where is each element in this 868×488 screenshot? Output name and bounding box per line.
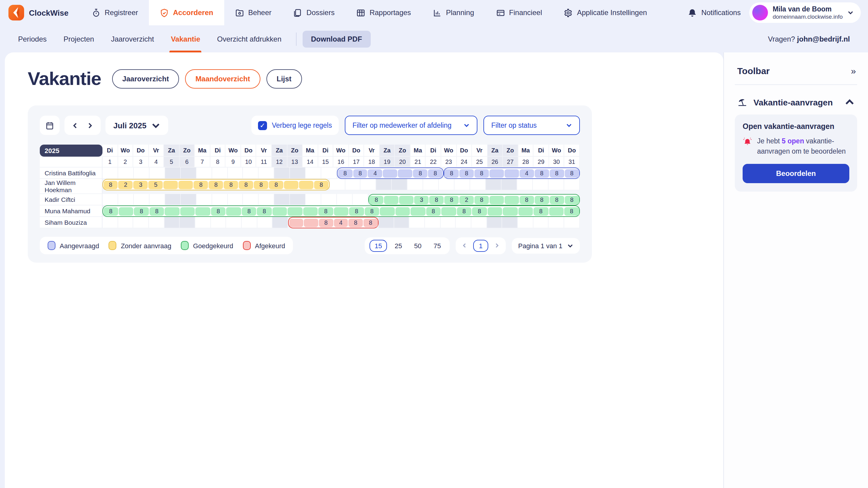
day-cell[interactable]: 8 — [429, 194, 444, 205]
day-cell[interactable] — [290, 194, 306, 205]
day-cell[interactable]: 8 — [459, 167, 474, 179]
day-cell[interactable]: 8 — [549, 167, 564, 179]
day-cell[interactable] — [410, 205, 426, 217]
day-cell[interactable]: 8 — [241, 205, 257, 217]
hide-empty-rows-checkbox[interactable]: ✓ Verberg lege regels — [251, 116, 338, 135]
day-cell[interactable] — [150, 167, 165, 179]
day-cell[interactable] — [196, 194, 212, 205]
chevron-right-icon[interactable] — [87, 122, 93, 129]
day-cell[interactable] — [487, 217, 502, 228]
subnav-item-projecten[interactable]: Projecten — [55, 25, 102, 53]
day-cell[interactable] — [272, 205, 287, 217]
day-cell[interactable] — [165, 194, 181, 205]
day-cell[interactable] — [330, 179, 345, 190]
day-cell[interactable]: 8 — [134, 205, 149, 217]
page-size-75[interactable]: 75 — [429, 240, 445, 251]
day-cell[interactable] — [242, 217, 257, 228]
day-cell[interactable] — [352, 194, 368, 205]
day-cell[interactable]: 8 — [368, 194, 384, 205]
page-size-15[interactable]: 15 — [370, 239, 387, 252]
day-cell[interactable]: 2 — [118, 179, 133, 190]
day-cell[interactable] — [227, 167, 243, 179]
day-cell[interactable] — [195, 217, 211, 228]
day-cell[interactable] — [376, 179, 392, 190]
day-cell[interactable] — [284, 179, 299, 190]
day-cell[interactable] — [395, 205, 410, 217]
day-cell[interactable]: 4 — [368, 167, 383, 179]
subnav-item-periodes[interactable]: Periodes — [10, 25, 55, 53]
day-cell[interactable] — [181, 167, 196, 179]
day-cell[interactable] — [163, 179, 179, 190]
view-pill-jaaroverzicht[interactable]: Jaaroverzicht — [112, 69, 179, 89]
day-cell[interactable] — [502, 205, 518, 217]
current-page[interactable]: 1 — [473, 239, 488, 252]
day-cell[interactable] — [118, 194, 134, 205]
day-cell[interactable] — [290, 167, 306, 179]
filter-status-dropdown[interactable]: Filter op status — [484, 116, 580, 135]
day-cell[interactable]: 8 — [364, 205, 379, 217]
chevron-left-icon[interactable] — [72, 122, 79, 129]
day-cell[interactable] — [394, 217, 410, 228]
day-cell[interactable]: 2 — [459, 194, 474, 205]
day-cell[interactable] — [378, 217, 394, 228]
day-cell[interactable] — [227, 194, 243, 205]
day-cell[interactable]: 8 — [337, 167, 352, 179]
day-cell[interactable] — [243, 194, 259, 205]
day-cell[interactable]: 8 — [314, 179, 330, 190]
day-cell[interactable]: 8 — [193, 179, 209, 190]
day-cell[interactable]: 8 — [564, 167, 580, 179]
day-cell[interactable] — [180, 205, 195, 217]
chevron-up-icon[interactable] — [844, 97, 855, 107]
nav-item-planning[interactable]: Planning — [422, 0, 485, 25]
day-cell[interactable] — [226, 217, 242, 228]
day-cell[interactable]: 8 — [549, 194, 564, 205]
day-cell[interactable]: 8 — [564, 205, 580, 217]
day-cell[interactable] — [102, 217, 118, 228]
day-cell[interactable] — [181, 194, 196, 205]
day-cell[interactable]: 4 — [333, 217, 348, 228]
day-cell[interactable]: 8 — [533, 205, 549, 217]
day-cell[interactable] — [118, 217, 133, 228]
nav-item-rapportages[interactable]: Rapportages — [345, 0, 422, 25]
day-cell[interactable] — [273, 217, 288, 228]
chevron-left-icon[interactable] — [462, 243, 467, 248]
day-cell[interactable]: 8 — [472, 205, 487, 217]
questions-email[interactable]: john@bedrijf.nl — [797, 35, 850, 43]
subnav-item-jaaroverzicht[interactable]: Jaaroverzicht — [102, 25, 162, 53]
day-cell[interactable]: 3 — [133, 179, 148, 190]
day-cell[interactable] — [306, 167, 321, 179]
view-pill-lijst[interactable]: Lijst — [267, 69, 302, 89]
view-pill-maandoverzicht[interactable]: Maandoverzicht — [185, 69, 260, 89]
day-cell[interactable]: 8 — [534, 167, 550, 179]
day-cell[interactable]: 8 — [209, 179, 224, 190]
day-cell[interactable] — [334, 205, 349, 217]
day-cell[interactable] — [502, 217, 518, 228]
day-cell[interactable] — [392, 179, 408, 190]
day-cell[interactable]: 8 — [253, 179, 269, 190]
day-cell[interactable]: 8 — [428, 167, 443, 179]
brand[interactable]: ClockWise — [0, 0, 81, 25]
day-cell[interactable] — [119, 205, 134, 217]
day-cell[interactable]: 8 — [519, 194, 534, 205]
day-cell[interactable] — [196, 167, 212, 179]
day-cell[interactable] — [180, 217, 195, 228]
day-cell[interactable] — [518, 205, 533, 217]
download-pdf-button[interactable]: Download PDF — [303, 30, 370, 47]
day-cell[interactable] — [384, 194, 399, 205]
day-cell[interactable]: 8 — [443, 167, 459, 179]
day-cell[interactable] — [259, 167, 275, 179]
day-cell[interactable]: 5 — [148, 179, 163, 190]
day-cell[interactable] — [212, 167, 227, 179]
day-cell[interactable]: 8 — [426, 205, 441, 217]
day-cell[interactable] — [164, 205, 180, 217]
day-cell[interactable] — [456, 217, 471, 228]
day-cell[interactable] — [102, 194, 118, 205]
subnav-item-overzicht-afdrukken[interactable]: Overzicht afdrukken — [209, 25, 290, 53]
profile-menu[interactable]: Mila van de Boom domeinnaam.clockwise.in… — [749, 2, 861, 23]
day-cell[interactable]: 8 — [149, 205, 164, 217]
page-size-50[interactable]: 50 — [410, 240, 426, 251]
day-cell[interactable] — [504, 167, 519, 179]
day-cell[interactable] — [133, 217, 149, 228]
day-cell[interactable] — [424, 179, 439, 190]
day-cell[interactable] — [287, 205, 303, 217]
